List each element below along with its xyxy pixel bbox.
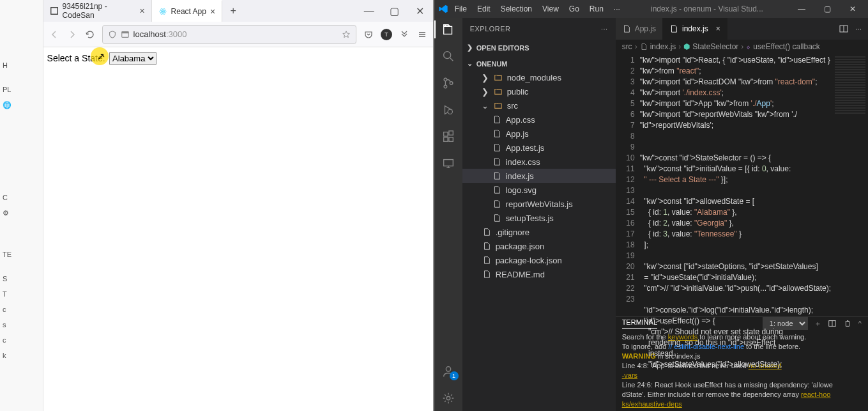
editor-more-icon[interactable]: ··· [855,24,862,33]
minimize-button[interactable]: — [790,4,813,13]
react-favicon-icon [158,7,167,16]
file-item[interactable]: logo.svg [462,183,616,197]
maximize-button[interactable]: ▢ [382,0,407,22]
close-icon[interactable]: × [716,24,720,33]
file-item[interactable]: package-lock.json [462,253,616,267]
file-item[interactable]: setupTests.js [462,211,616,225]
editor-tab-app-js[interactable]: App.js [616,18,663,40]
accounts-badge: 1 [450,371,459,380]
file-icon [492,128,502,139]
browser-window: 93456l21np - CodeSan × React App × + — ▢… [43,0,434,411]
tree-item-label: README.md [496,270,545,279]
file-item[interactable]: .gitignore [462,225,616,239]
close-icon[interactable]: × [139,6,144,16]
maximize-button[interactable]: ▢ [816,4,839,13]
background-page-strip: H PL 🌐 C ⚙ TE S T c s c k [0,0,43,411]
breadcrumb[interactable]: src› index.js› ⬢ StateSelector› ⬨ useEff… [616,40,868,54]
folder-icon [493,72,503,82]
bookmark-star-icon[interactable] [342,30,351,39]
close-button[interactable]: ✕ [407,0,433,22]
code-editor[interactable]: "kw">import "id">React, { "id">useState,… [640,54,832,316]
browser-tabbar: 93456l21np - CodeSan × React App × + — ▢… [43,0,433,22]
reload-button[interactable] [84,29,96,40]
editor-tab-index-js[interactable]: index.js × [663,18,727,40]
close-button[interactable]: ✕ [841,4,864,13]
run-debug-icon[interactable] [441,102,456,118]
open-editors-section[interactable]: ❯OPEN EDITORS [462,41,616,54]
close-icon[interactable]: × [210,6,215,17]
file-icon [482,269,492,279]
svg-point-9 [444,85,447,88]
extensions-icon[interactable] [441,129,456,144]
minimize-button[interactable]: — [356,0,382,22]
browser-tab-codesandbox[interactable]: 93456l21np - CodeSan × [43,0,152,22]
source-control-icon[interactable] [441,75,456,91]
accounts-icon[interactable]: 1 [441,364,456,379]
file-item[interactable]: README.md [462,267,616,281]
site-info-icon [121,30,130,39]
back-button[interactable] [49,29,60,40]
svg-point-1 [162,11,164,13]
pocket-icon[interactable] [363,29,374,40]
url-bar[interactable]: localhost:3000 [102,25,356,44]
file-icon [492,143,502,153]
file-tree: ❯node_modules❯public⌄srcApp.cssApp.jsApp… [462,70,616,281]
folder-icon [493,86,503,97]
file-item[interactable]: reportWebVitals.js [462,197,616,211]
explorer-icon[interactable] [441,22,456,37]
chevron-icon: ❯ [482,87,489,97]
minimap[interactable] [832,54,868,316]
account-icon[interactable]: T [381,29,392,40]
tree-item-label: public [507,87,529,97]
folder-item[interactable]: ❯public [462,84,616,98]
sidebar-more-icon[interactable]: ··· [601,25,608,33]
editor-area: App.js index.js × ··· src› index.js› ⬢ S… [616,18,868,411]
vscode-titlebar: File Edit Selection View Go Run ··· inde… [434,0,868,18]
new-tab-button[interactable]: + [222,0,244,22]
menu-selection[interactable]: Selection [497,4,536,13]
file-item[interactable]: index.js [462,169,616,183]
menu-go[interactable]: Go [565,4,583,13]
js-file-icon [622,24,631,33]
menu-edit[interactable]: Edit [473,4,494,13]
activity-bar: 1 [434,18,462,411]
project-section[interactable]: ⌄ONENUM [462,57,616,70]
maximize-panel-icon[interactable]: ^ [858,320,862,327]
settings-gear-icon[interactable] [441,391,456,406]
menu-overflow-icon[interactable]: ··· [610,4,624,13]
browser-tab-react-app[interactable]: React App × [152,0,223,22]
remote-icon[interactable] [441,156,456,171]
file-item[interactable]: package.json [462,239,616,253]
file-item[interactable]: App.js [462,127,616,141]
svg-rect-16 [443,160,453,166]
search-icon[interactable] [441,49,456,64]
overflow-icon[interactable] [399,29,410,40]
browser-tab-label: 93456l21np - CodeSan [63,2,136,20]
vscode-logo-icon [438,4,448,14]
menu-file[interactable]: File [451,4,471,13]
kill-terminal-icon[interactable] [843,319,852,328]
menu-run[interactable]: Run [586,4,607,13]
state-select[interactable]: Alabama [109,52,156,65]
folder-item[interactable]: ⌄src [462,98,616,112]
hamburger-menu-icon[interactable] [416,29,428,40]
chevron-down-icon: ⌄ [466,59,474,68]
browser-toolbar: localhost:3000 T [43,22,433,47]
forward-button[interactable] [66,29,78,40]
svg-rect-0 [50,8,57,15]
tree-item-label: package-lock.json [496,256,562,265]
editor-tabs: App.js index.js × ··· [616,18,868,40]
folder-item[interactable]: ❯node_modules [462,70,616,84]
file-icon [482,255,492,265]
file-item[interactable]: App.css [462,112,616,127]
split-editor-icon[interactable] [839,24,849,34]
state-select-label: Select a State: [47,53,105,63]
window-controls: — ▢ ✕ [356,0,433,22]
chevron-right-icon: ❯ [466,43,474,52]
file-icon [492,171,502,181]
file-item[interactable]: App.test.js [462,141,616,155]
tree-item-label: App.css [506,115,535,125]
file-item[interactable]: index.css [462,155,616,169]
menu-view[interactable]: View [538,4,563,13]
window-title: index.js - onenum - Visual Stud... [627,4,788,13]
